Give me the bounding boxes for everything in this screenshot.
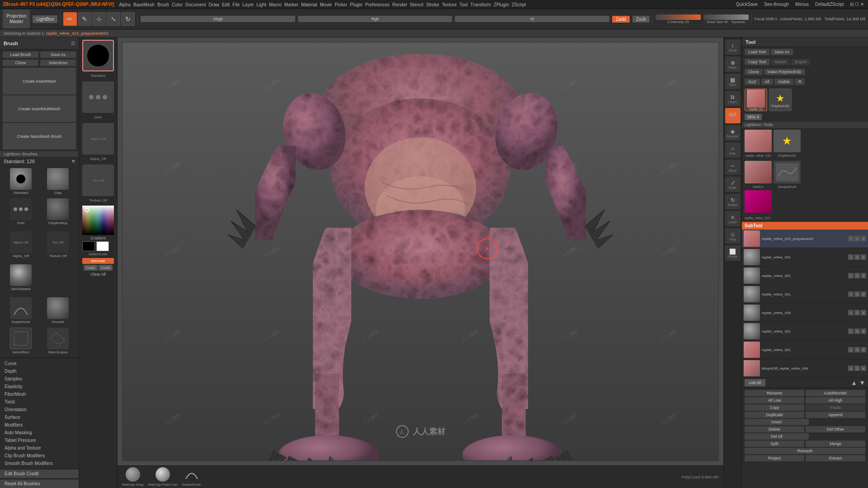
subtool-row-7[interactable]: MorphDiff_reptile_refine_004○□× xyxy=(742,359,868,378)
draw-button[interactable]: ✎ xyxy=(78,12,91,26)
brush-snakehook[interactable]: SnakeHook xyxy=(3,296,39,325)
rotate-button[interactable]: ↻ xyxy=(121,12,135,26)
subtool-ctrl-3[interactable]: ○ xyxy=(848,291,854,297)
menu-item-basemesh[interactable]: BaseMesh xyxy=(132,2,156,7)
rt-icon-dynamic[interactable]: ◈Dynamic xyxy=(725,125,741,141)
draw-size-control[interactable]: Draw Size 50 Dynamic xyxy=(703,14,749,24)
aahuy-thumb[interactable] xyxy=(745,161,772,183)
expand-icon[interactable]: ≡ xyxy=(71,39,75,47)
alternate-button[interactable]: Alternate xyxy=(82,258,114,264)
menu-item-texture[interactable]: Texture xyxy=(440,2,458,7)
rt-icon-lised[interactable]: ≡LisED xyxy=(725,211,741,226)
import-button[interactable]: Import xyxy=(771,59,790,65)
quicksave-btn[interactable]: QuickSave xyxy=(735,2,759,7)
subtool-ctrl-1[interactable]: □ xyxy=(854,254,860,260)
subtool-ctrl-0[interactable]: □ xyxy=(854,236,860,241)
menu-item-marker[interactable]: Marker xyxy=(283,2,300,7)
subtool-ctrl-5[interactable]: □ xyxy=(854,328,860,334)
matcap-snakehook[interactable]: SnakeHook xyxy=(182,467,201,487)
menu-item-preferences[interactable]: Preferences xyxy=(364,2,391,7)
export-button[interactable]: Export xyxy=(791,59,810,65)
make-polymesh-button[interactable]: Make PolyMesh3D xyxy=(764,69,806,75)
rt-icon-frame[interactable]: ⬜Frame xyxy=(725,245,741,261)
subtool-ctrl-2[interactable]: ○ xyxy=(848,273,854,278)
rt-icon-lisym[interactable]: ⧉LiSym xyxy=(725,91,741,106)
subtool-ctrl-3[interactable]: × xyxy=(861,291,866,297)
mrgb-button[interactable]: Mrgb xyxy=(141,16,295,22)
create-nanomesh-button[interactable]: Create NanoMesh Brush xyxy=(3,123,76,150)
menu-item-alpha[interactable]: Alpha xyxy=(118,2,132,7)
menu-item-draw[interactable]: Draw xyxy=(208,2,221,7)
brush-standard[interactable]: Standard xyxy=(3,167,39,196)
color-wheel[interactable] xyxy=(82,206,114,235)
m-button[interactable]: M xyxy=(455,16,609,22)
rt-icon-tasp[interactable]: ◇Tasp xyxy=(725,228,741,244)
subtool-row-6[interactable]: reptile_refine_001○□× xyxy=(742,341,868,359)
reset-all-brushes-button[interactable]: Reset All Brushes xyxy=(0,479,79,488)
z-intensity-control[interactable]: Z Intensity 25 xyxy=(656,14,701,24)
primary-color-swatch[interactable] xyxy=(82,241,95,251)
menu-item-alpha-and-texture[interactable]: Alpha and Texture xyxy=(0,444,79,452)
move-button[interactable]: ⊹ xyxy=(92,12,106,26)
rt-icon-solo[interactable]: ○Solo xyxy=(725,142,741,158)
menu-item-file[interactable]: File xyxy=(231,2,241,7)
menu-item-clip-brush-modifiers[interactable]: Clip Brush Modifiers xyxy=(0,452,79,460)
menu-item-auto-masking[interactable]: Auto Masking xyxy=(0,429,79,436)
cust2-button[interactable]: Cust2 xyxy=(99,265,113,271)
menu-item-plugin[interactable]: Plugin xyxy=(349,2,364,7)
insert-button[interactable]: Insert xyxy=(745,419,809,425)
copy-button[interactable]: Copy xyxy=(745,404,804,411)
rt-icon-floor[interactable]: ▦Floor xyxy=(725,74,741,89)
matcap-gray[interactable]: MatCap Gray xyxy=(122,467,144,487)
edit-brush-credit-button[interactable]: Edit Brush Credit xyxy=(0,469,79,478)
create-insertmultimesh-button[interactable]: Create InsertMultiMesh xyxy=(3,95,76,122)
brush-smooth[interactable]: Smooth xyxy=(40,296,76,325)
r-button[interactable]: R xyxy=(795,79,805,85)
canvas-inner[interactable]: 人人素材 人人素材 人人素材 人人素材 人人素材 人人素材 人人素材 人人素材 … xyxy=(122,42,719,461)
edit-button[interactable]: ✏ xyxy=(63,12,77,26)
menu-item-stroke[interactable]: Stroke xyxy=(425,2,441,7)
menu-item-color[interactable]: Color xyxy=(170,2,184,7)
subtool-ctrl-4[interactable]: □ xyxy=(854,310,860,315)
goz-button[interactable]: GoZ xyxy=(745,79,760,85)
polymesh-thumb-1[interactable]: ★ xyxy=(774,130,801,152)
arrow-down-icon[interactable]: ▼ xyxy=(859,379,865,386)
menu-item-fibermesh[interactable]: FiberMesh xyxy=(0,390,79,398)
secondary-color-swatch[interactable] xyxy=(96,241,109,251)
spix-btn[interactable]: SPix 3 xyxy=(745,114,762,120)
brush-preset-texoff[interactable]: Tex Off xyxy=(82,164,114,196)
zadd-button[interactable]: Zadd xyxy=(612,16,630,23)
menu-item-stencil[interactable]: Stencil xyxy=(409,2,425,7)
rt-icon-xyz[interactable]: xyzXYZ xyxy=(725,108,741,123)
menus-label[interactable]: Menus xyxy=(794,2,810,7)
subtool-row-0[interactable]: reptile_refine_015_polypainted0○□× xyxy=(742,230,868,248)
window-controls[interactable]: ⊟ ☐ ✕ xyxy=(849,2,865,7)
brush-selectrect[interactable]: SelectRect xyxy=(3,326,39,356)
all-high-button[interactable]: All High xyxy=(806,397,865,404)
brush-textureoff[interactable]: Tex Off Texture Off xyxy=(40,230,76,259)
save-as-tool-button[interactable]: Save As xyxy=(771,49,793,55)
menu-item-material[interactable]: Material xyxy=(300,2,319,7)
brush-clay[interactable]: Clay xyxy=(40,167,76,196)
subtool-ctrl-6[interactable]: × xyxy=(861,347,866,352)
menu-item-transform[interactable]: Transform xyxy=(469,2,492,7)
del-other-button[interactable]: Del Other xyxy=(806,426,865,432)
brush-claybuildup[interactable]: ClayBuildup xyxy=(40,197,76,226)
clone-tool-button[interactable]: Clone xyxy=(745,69,763,75)
menu-item-movie[interactable]: Movie xyxy=(319,2,334,7)
menu-item-elasticity[interactable]: Elasticity xyxy=(0,383,79,390)
create-insertmesh-button[interactable]: Create InsertMesh xyxy=(3,68,76,94)
brush-dots[interactable]: Dots xyxy=(3,197,39,226)
list-all-button[interactable]: List All xyxy=(745,379,765,386)
rt-icon-rotate[interactable]: ↻Rotate xyxy=(725,194,741,209)
subtool-ctrl-4[interactable]: ○ xyxy=(848,310,854,315)
subtool-ctrl-5[interactable]: × xyxy=(861,328,866,334)
z-intensity-slider[interactable] xyxy=(656,14,701,20)
menu-item-orientation[interactable]: Orientation xyxy=(0,406,79,413)
subtool-ctrl-0[interactable]: ○ xyxy=(848,236,854,241)
append-button[interactable]: Append xyxy=(806,412,865,418)
auto-reorder-button[interactable]: AutoReorder xyxy=(806,390,865,396)
subtool-row-5[interactable]: reptile_refine_001○□× xyxy=(742,322,868,341)
split-button[interactable]: Split xyxy=(745,441,804,447)
tool-thumb-polymesh[interactable]: ★ PolyMesh3D xyxy=(769,89,792,111)
